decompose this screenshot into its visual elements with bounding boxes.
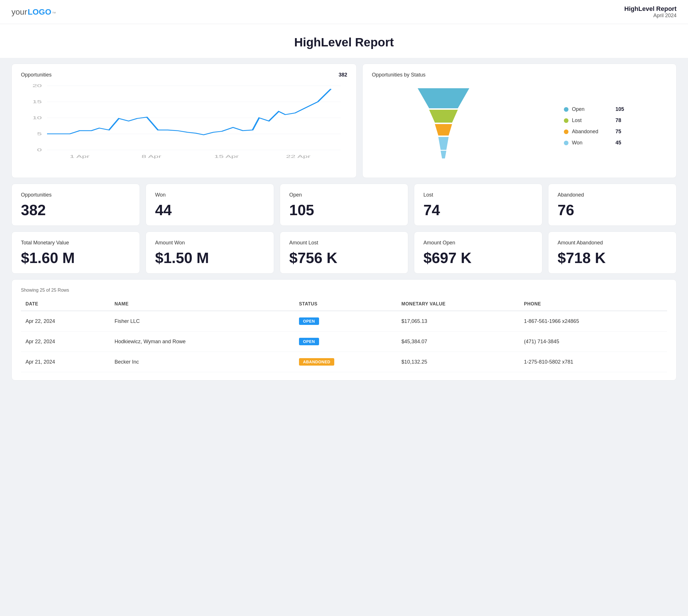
cell-status: OPEN xyxy=(295,331,397,352)
legend-value-won: 45 xyxy=(616,140,621,146)
logo-tm: ™ xyxy=(52,11,56,16)
cell-phone: 1-275-810-5802 x781 xyxy=(519,352,667,372)
stat-value-total-monetary: $1.60 M xyxy=(21,250,130,265)
table-showing: Showing 25 of 25 Rows xyxy=(21,288,667,293)
svg-marker-18 xyxy=(440,151,446,158)
cell-status: ABANDONED xyxy=(295,352,397,372)
status-badge: OPEN xyxy=(299,338,319,345)
stat-card-total-monetary: Total Monetary Value $1.60 M xyxy=(12,232,140,273)
cell-phone: (471) 714-3845 xyxy=(519,331,667,352)
table-row: Apr 21, 2024 Becker Inc ABANDONED $10,13… xyxy=(21,352,667,372)
svg-marker-17 xyxy=(438,137,449,150)
cell-name: Becker Inc xyxy=(110,352,294,372)
cell-phone: 1-867-561-1966 x24865 xyxy=(519,311,667,331)
stat-label-total-monetary: Total Monetary Value xyxy=(21,240,130,246)
stat-card-won: Won 44 xyxy=(146,184,274,226)
report-info: HighLevel Report April 2024 xyxy=(624,5,676,19)
legend-dot-open xyxy=(564,107,568,112)
line-chart-label: Opportunities xyxy=(21,72,51,78)
page-title: HighLevel Report xyxy=(0,24,688,58)
col-header-phone: PHONE xyxy=(519,298,667,311)
stat-row-2: Total Monetary Value $1.60 M Amount Won … xyxy=(12,232,676,273)
stat-value-amount-lost: $756 K xyxy=(289,250,399,265)
stat-card-abandoned: Abandoned 76 xyxy=(548,184,676,226)
cell-date: Apr 22, 2024 xyxy=(21,311,110,331)
report-title: HighLevel Report xyxy=(624,5,676,13)
svg-text:10: 10 xyxy=(33,115,42,120)
svg-marker-14 xyxy=(418,88,469,108)
stat-card-amount-won: Amount Won $1.50 M xyxy=(146,232,274,273)
col-header-name: NAME xyxy=(110,298,294,311)
report-date: April 2024 xyxy=(624,13,676,19)
cell-monetary: $10,132.25 xyxy=(397,352,519,372)
legend-name-lost: Lost xyxy=(572,117,612,124)
stat-card-opportunities: Opportunities 382 xyxy=(12,184,140,226)
svg-text:1 Apr: 1 Apr xyxy=(70,154,89,159)
col-header-monetary: MONETARY VALUE xyxy=(397,298,519,311)
header: your LOGO ™ HighLevel Report April 2024 xyxy=(0,0,688,24)
stat-label-amount-abandoned: Amount Abandoned xyxy=(558,240,667,246)
stat-value-open: 105 xyxy=(289,202,399,218)
funnel-content: Open 105 Lost 78 Abandoned 75 xyxy=(372,83,667,170)
main-content: Opportunities 382 20 15 10 5 0 xyxy=(0,58,688,392)
stat-label-open: Open xyxy=(289,192,399,198)
stat-label-won: Won xyxy=(155,192,264,198)
stat-card-amount-abandoned: Amount Abandoned $718 K xyxy=(548,232,676,273)
charts-row: Opportunities 382 20 15 10 5 0 xyxy=(12,64,676,178)
funnel-chart-header: Opportunities by Status xyxy=(372,72,667,78)
line-chart-svg: 20 15 10 5 0 1 Apr 8 Apr 15 Apr 22 Apr xyxy=(21,83,347,163)
legend-dot-lost xyxy=(564,118,568,123)
legend-item-abandoned: Abandoned 75 xyxy=(564,129,624,135)
funnel-chart-label: Opportunities by Status xyxy=(372,72,425,78)
cell-name: Fisher LLC xyxy=(110,311,294,331)
stat-value-opportunities: 382 xyxy=(21,202,130,218)
stat-label-opportunities: Opportunities xyxy=(21,192,130,198)
line-chart-header: Opportunities 382 xyxy=(21,72,347,78)
table-header-row: DATE NAME STATUS MONETARY VALUE PHONE xyxy=(21,298,667,311)
line-chart-total: 382 xyxy=(339,72,347,78)
col-header-status: STATUS xyxy=(295,298,397,311)
legend-item-lost: Lost 78 xyxy=(564,117,624,124)
col-header-date: DATE xyxy=(21,298,110,311)
stat-card-amount-open: Amount Open $697 K xyxy=(414,232,542,273)
stat-value-amount-abandoned: $718 K xyxy=(558,250,667,265)
stat-value-won: 44 xyxy=(155,202,264,218)
data-table: DATE NAME STATUS MONETARY VALUE PHONE Ap… xyxy=(21,298,667,372)
line-chart-container: 20 15 10 5 0 1 Apr 8 Apr 15 Apr 22 Apr xyxy=(21,83,347,163)
line-chart-card: Opportunities 382 20 15 10 5 0 xyxy=(12,64,357,178)
svg-marker-16 xyxy=(435,124,452,135)
funnel-svg-wrap xyxy=(415,85,478,167)
svg-text:15 Apr: 15 Apr xyxy=(214,154,239,159)
svg-text:15: 15 xyxy=(33,100,42,104)
stat-value-abandoned: 76 xyxy=(558,202,667,218)
legend-name-won: Won xyxy=(572,140,612,146)
cell-monetary: $17,065.13 xyxy=(397,311,519,331)
stat-label-amount-won: Amount Won xyxy=(155,240,264,246)
funnel-legend: Open 105 Lost 78 Abandoned 75 xyxy=(564,106,624,146)
cell-status: OPEN xyxy=(295,311,397,331)
table-head: DATE NAME STATUS MONETARY VALUE PHONE xyxy=(21,298,667,311)
legend-name-abandoned: Abandoned xyxy=(572,129,612,135)
stat-value-lost: 74 xyxy=(424,202,533,218)
stat-value-amount-open: $697 K xyxy=(424,250,533,265)
table-row: Apr 22, 2024 Fisher LLC OPEN $17,065.13 … xyxy=(21,311,667,331)
logo-your: your xyxy=(12,7,27,17)
funnel-chart-card: Opportunities by Status xyxy=(362,64,676,178)
stat-label-abandoned: Abandoned xyxy=(558,192,667,198)
legend-item-won: Won 45 xyxy=(564,140,624,146)
legend-dot-won xyxy=(564,141,568,145)
logo: your LOGO ™ xyxy=(12,7,56,17)
stat-card-open: Open 105 xyxy=(280,184,408,226)
svg-marker-15 xyxy=(429,110,458,123)
table-card: Showing 25 of 25 Rows DATE NAME STATUS M… xyxy=(12,279,676,380)
stat-value-amount-won: $1.50 M xyxy=(155,250,264,265)
cell-date: Apr 21, 2024 xyxy=(21,352,110,372)
legend-value-abandoned: 75 xyxy=(616,129,621,135)
stat-label-amount-lost: Amount Lost xyxy=(289,240,399,246)
stat-card-amount-lost: Amount Lost $756 K xyxy=(280,232,408,273)
status-badge: OPEN xyxy=(299,317,319,325)
funnel-svg xyxy=(415,85,472,166)
table-body: Apr 22, 2024 Fisher LLC OPEN $17,065.13 … xyxy=(21,311,667,372)
cell-date: Apr 22, 2024 xyxy=(21,331,110,352)
table-row: Apr 22, 2024 Hodkiewicz, Wyman and Rowe … xyxy=(21,331,667,352)
